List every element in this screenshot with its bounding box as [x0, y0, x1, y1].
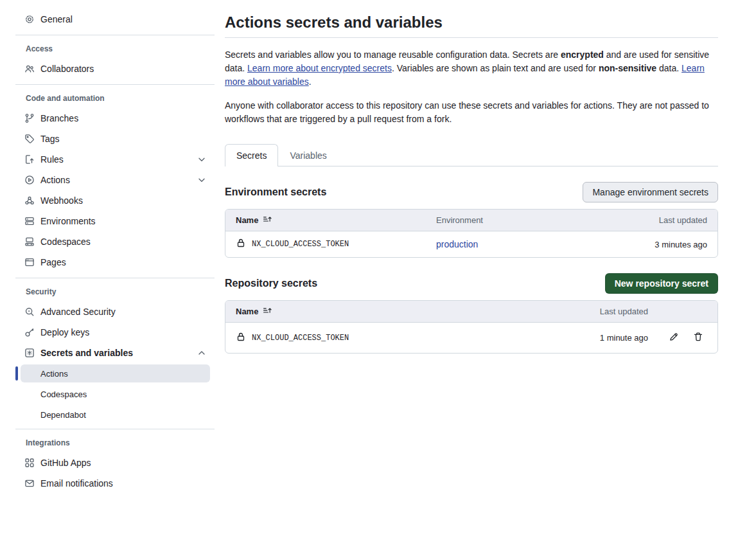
repository-secrets-heading: Repository secrets [225, 278, 317, 289]
sidebar-divider [15, 35, 215, 35]
sidebar-subitem-dependabot[interactable]: Dependabot [21, 406, 210, 424]
sidebar-item-label: Advanced Security [40, 307, 116, 317]
environment-link[interactable]: production [436, 239, 478, 249]
intro-text: . [309, 76, 312, 87]
chevron-up-icon [197, 348, 207, 358]
intro-paragraph: Secrets and variables allow you to manag… [225, 48, 718, 89]
apps-grid-icon [24, 458, 35, 468]
environment-secrets-section: Environment secrets Manage environment s… [225, 182, 718, 258]
intro-bold-encrypted: encrypted [561, 49, 604, 60]
asterisk-box-icon [24, 348, 35, 358]
column-header-last-updated: Last updated [604, 215, 707, 225]
trash-icon [693, 332, 703, 344]
sidebar-item-advanced-security[interactable]: Advanced Security [0, 301, 215, 322]
repository-secrets-section: Repository secrets New repository secret… [225, 273, 718, 354]
sidebar-item-label: Actions [40, 175, 70, 185]
intro-bold-non-sensitive: non-sensitive [599, 63, 656, 73]
sidebar-item-label: GitHub Apps [40, 458, 91, 468]
column-label: Name [236, 307, 258, 316]
tab-secrets[interactable]: Secrets [225, 144, 278, 166]
sort-ascending-icon [263, 215, 272, 226]
environment-secrets-table: Name Environment Last updated NX_CLOUD_A… [225, 209, 718, 258]
intro-text: data. [656, 63, 681, 73]
table-row: NX_CLOUD_ACCESS_TOKEN production 3 minut… [225, 231, 717, 257]
sidebar-subitem-codespaces[interactable]: Codespaces [21, 385, 210, 403]
column-header-name[interactable]: Name [236, 215, 436, 226]
mail-icon [24, 478, 35, 489]
lock-icon [236, 238, 246, 251]
manage-environment-secrets-button[interactable]: Manage environment secrets [583, 182, 718, 202]
chevron-down-icon [197, 175, 207, 185]
sidebar-item-actions[interactable]: Actions [0, 170, 215, 190]
pencil-icon [669, 332, 679, 344]
codescan-icon [24, 307, 35, 317]
sidebar-item-environments[interactable]: Environments [0, 211, 215, 231]
last-updated-text: 3 minutes ago [604, 240, 707, 249]
column-label: Name [236, 215, 258, 225]
sidebar-item-label: Codespaces [40, 237, 91, 247]
column-header-environment: Environment [436, 215, 604, 225]
sidebar-subitem-actions[interactable]: Actions [21, 364, 210, 382]
people-icon [24, 64, 35, 74]
sidebar-item-label: Collaborators [40, 64, 94, 74]
sidebar-item-collaborators[interactable]: Collaborators [0, 58, 215, 79]
sidebar-item-secrets-and-variables[interactable]: Secrets and variables [0, 343, 215, 363]
tab-variables[interactable]: Variables [278, 144, 338, 166]
column-header-last-updated: Last updated [552, 307, 648, 316]
collaborator-access-paragraph: Anyone with collaborator access to this … [225, 99, 718, 126]
webhook-icon [24, 195, 35, 206]
sidebar-divider [15, 278, 215, 278]
sidebar-item-label: Email notifications [40, 478, 113, 489]
secret-name-text: NX_CLOUD_ACCESS_TOKEN [252, 334, 349, 343]
edit-secret-button[interactable] [665, 329, 683, 347]
secrets-variables-tabnav: Secrets Variables [225, 143, 718, 166]
settings-sidebar: General Access Collaborators Code and au… [0, 0, 215, 494]
sidebar-item-pages[interactable]: Pages [0, 252, 215, 273]
page-title: Actions secrets and variables [225, 13, 718, 32]
sidebar-item-github-apps[interactable]: GitHub Apps [0, 453, 215, 473]
sidebar-section-code-automation: Code and automation [0, 90, 215, 108]
rules-icon [24, 154, 35, 165]
sidebar-section-access: Access [0, 40, 215, 58]
sidebar-item-branches[interactable]: Branches [0, 108, 215, 129]
delete-secret-button[interactable] [689, 329, 707, 347]
main-content: Actions secrets and variables Secrets an… [225, 0, 718, 494]
git-branch-icon [24, 113, 35, 123]
intro-text: . Variables are shown as plain text and … [392, 63, 599, 73]
sidebar-item-general[interactable]: General [0, 9, 215, 30]
codespaces-icon [24, 237, 35, 247]
column-header-name[interactable]: Name [236, 306, 552, 317]
sidebar-item-label: Secrets and variables [40, 348, 133, 358]
sidebar-divider [15, 84, 215, 85]
settings-page: General Access Collaborators Code and au… [0, 0, 756, 494]
sort-ascending-icon [263, 306, 272, 317]
sidebar-item-label: Environments [40, 216, 96, 226]
environment-secrets-heading: Environment secrets [225, 186, 326, 198]
link-learn-encrypted-secrets[interactable]: Learn more about encrypted secrets [247, 63, 392, 73]
browser-icon [24, 257, 35, 267]
sidebar-section-security: Security [0, 283, 215, 301]
table-header-row: Name Last updated [225, 301, 717, 323]
table-header-row: Name Environment Last updated [225, 210, 717, 231]
sidebar-section-integrations: Integrations [0, 435, 215, 453]
sidebar-item-label: Rules [40, 154, 64, 165]
gear-icon [24, 14, 35, 24]
sidebar-item-label: Tags [40, 134, 60, 144]
play-circle-icon [24, 175, 35, 185]
intro-text: Secrets and variables allow you to manag… [225, 49, 561, 60]
sidebar-item-webhooks[interactable]: Webhooks [0, 190, 215, 211]
sidebar-item-rules[interactable]: Rules [0, 149, 215, 170]
last-updated-text: 1 minute ago [552, 333, 648, 343]
page-header: Actions secrets and variables [225, 13, 718, 38]
table-row: NX_CLOUD_ACCESS_TOKEN 1 minute ago [225, 323, 717, 353]
sidebar-item-codespaces[interactable]: Codespaces [0, 231, 215, 252]
new-repository-secret-button[interactable]: New repository secret [605, 273, 718, 294]
sidebar-item-deploy-keys[interactable]: Deploy keys [0, 322, 215, 343]
sidebar-divider [15, 429, 215, 429]
sidebar-subitem-label: Actions [40, 369, 68, 379]
sidebar-item-tags[interactable]: Tags [0, 129, 215, 149]
sidebar-item-label: Deploy keys [40, 327, 89, 337]
lock-icon [236, 332, 246, 345]
sidebar-item-email-notifications[interactable]: Email notifications [0, 473, 215, 494]
sidebar-item-label: Webhooks [40, 195, 83, 206]
